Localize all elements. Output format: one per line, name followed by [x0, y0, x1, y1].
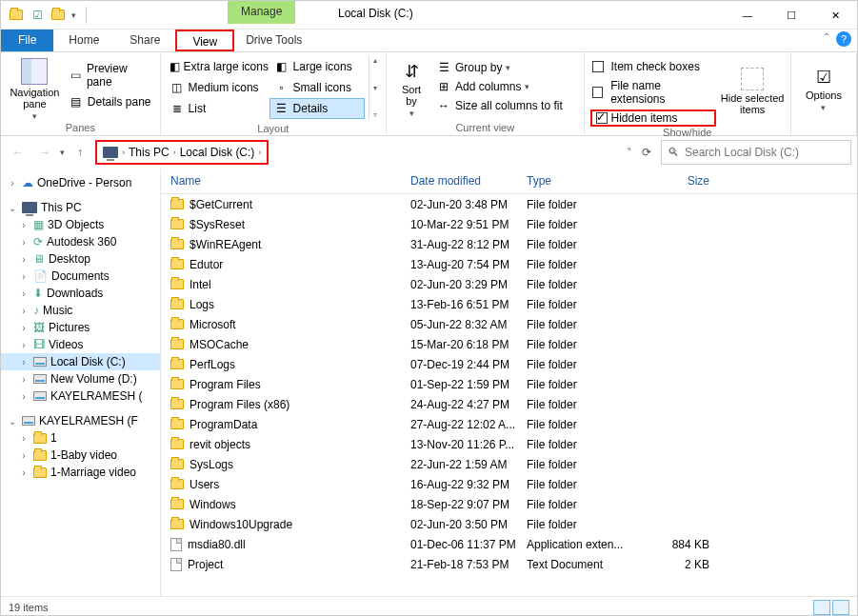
tree-item[interactable]: ›1-Marriage video: [1, 464, 160, 481]
tree-item[interactable]: ›🎞Videos: [1, 336, 160, 353]
crumb-this-pc[interactable]: This PC›: [129, 146, 176, 159]
layout-details[interactable]: ☰Details: [269, 98, 365, 119]
tree-item[interactable]: ›🖥Desktop: [1, 250, 160, 268]
folder-icon: [170, 279, 184, 289]
tree-item[interactable]: ›1: [1, 429, 160, 447]
table-row[interactable]: Microsoft05-Jun-22 8:32 AMFile folder: [161, 314, 857, 334]
table-row[interactable]: msdia80.dll01-Dec-06 11:37 PMApplication…: [161, 534, 857, 554]
col-name[interactable]: Name: [170, 174, 410, 188]
folder-icon: [170, 459, 184, 469]
tab-share[interactable]: Share: [114, 30, 175, 51]
col-date[interactable]: Date modified: [410, 174, 527, 188]
file-extensions-toggle[interactable]: File name extensions: [590, 77, 717, 108]
status-bar: 19 items: [1, 596, 857, 616]
tree-item[interactable]: ›1-Baby video: [1, 447, 160, 464]
options-button[interactable]: ☑ Options ▾: [797, 56, 850, 122]
maximize-button[interactable]: ☐: [769, 1, 813, 30]
qat-more-icon[interactable]: ▾: [71, 10, 76, 20]
details-pane-button[interactable]: ▤Details pane: [67, 92, 154, 111]
tab-home[interactable]: Home: [53, 30, 114, 51]
file-list[interactable]: Name Date modified Type Size $GetCurrent…: [161, 169, 857, 596]
navigation-tree[interactable]: ›☁OneDrive - Person ⌄This PC ›▦3D Object…: [1, 169, 161, 596]
window-title: Local Disk (C:): [338, 7, 413, 20]
layout-small[interactable]: ▫Small icons: [269, 77, 365, 98]
forward-button[interactable]: →: [33, 141, 56, 164]
col-size[interactable]: Size: [633, 174, 709, 188]
table-row[interactable]: Program Files (x86)24-Aug-22 4:27 PMFile…: [161, 394, 857, 414]
size-all-columns-button[interactable]: ↔Size all columns to fit: [434, 96, 565, 115]
table-row[interactable]: Users16-Aug-22 9:32 PMFile folder: [161, 474, 857, 494]
table-row[interactable]: PerfLogs07-Dec-19 2:44 PMFile folder: [161, 354, 857, 374]
table-row[interactable]: Program Files01-Sep-22 1:59 PMFile folde…: [161, 374, 857, 394]
table-row[interactable]: $WinREAgent31-Aug-22 8:12 PMFile folder: [161, 234, 857, 254]
tree-item[interactable]: ›KAYELRAMESH (: [1, 387, 160, 405]
table-row[interactable]: revit objects13-Nov-20 11:26 P...File fo…: [161, 434, 857, 454]
tab-view[interactable]: View: [175, 30, 234, 51]
table-row[interactable]: MSOCache15-Mar-20 6:18 PMFile folder: [161, 334, 857, 354]
table-row[interactable]: $SysReset10-Mar-22 9:51 PMFile folder: [161, 214, 857, 234]
column-headers[interactable]: Name Date modified Type Size: [161, 169, 857, 194]
crumb-local-disk[interactable]: Local Disk (C:)›: [180, 146, 262, 159]
navigation-pane-button[interactable]: Navigation pane ▾: [7, 56, 63, 122]
history-dropdown-icon[interactable]: ▾: [60, 148, 65, 157]
folder-icon: 🎞: [33, 338, 45, 351]
table-row[interactable]: Logs13-Feb-16 6:51 PMFile folder: [161, 294, 857, 314]
table-row[interactable]: SysLogs22-Jun-22 1:59 AMFile folder: [161, 454, 857, 474]
layout-extra-large[interactable]: ◧Extra large icons: [165, 56, 269, 77]
add-columns-button[interactable]: ⊞Add columns▾: [434, 77, 565, 96]
hidden-items-toggle[interactable]: Hidden items: [590, 109, 717, 127]
tree-item[interactable]: ›⬇Downloads: [1, 285, 160, 302]
layout-scroll[interactable]: ▴▾▿: [369, 56, 382, 119]
layout-large[interactable]: ◧Large icons: [269, 56, 365, 77]
app-folder-icon: [9, 8, 24, 23]
tree-item[interactable]: ›New Volume (D:): [1, 370, 160, 387]
tree-item[interactable]: ›▦3D Objects: [1, 216, 160, 233]
close-button[interactable]: ✕: [813, 1, 857, 30]
folder-icon: [170, 379, 184, 389]
table-row[interactable]: Windows10Upgrade02-Jun-20 3:50 PMFile fo…: [161, 514, 857, 534]
table-row[interactable]: ProgramData27-Aug-22 12:02 A...File fold…: [161, 414, 857, 434]
view-thumbnails-icon[interactable]: [832, 600, 849, 615]
view-details-icon[interactable]: [813, 600, 830, 615]
layout-medium[interactable]: ◫Medium icons: [165, 77, 269, 98]
tree-removable[interactable]: KAYELRAMESH (F: [39, 414, 138, 427]
qat-checkbox[interactable]: ☑: [30, 8, 45, 23]
table-row[interactable]: $GetCurrent02-Jun-20 3:48 PMFile folder: [161, 194, 857, 214]
collapse-ribbon-icon[interactable]: ˆ: [825, 32, 828, 46]
back-button[interactable]: ←: [7, 141, 30, 164]
tab-drive-tools[interactable]: Drive Tools: [234, 30, 313, 51]
search-input[interactable]: 🔍︎ Search Local Disk (C:): [661, 140, 851, 165]
help-icon[interactable]: ?: [836, 31, 851, 47]
folder-icon: [170, 519, 184, 529]
tree-onedrive[interactable]: OneDrive - Person: [37, 176, 131, 189]
tree-item[interactable]: ›📄Documents: [1, 268, 160, 285]
contextual-tab-manage[interactable]: Manage: [228, 1, 295, 24]
preview-pane-button[interactable]: ▭Preview pane: [67, 60, 154, 90]
group-by-button[interactable]: ☰Group by▾: [434, 58, 565, 77]
table-row[interactable]: Project21-Feb-18 7:53 PMText Document2 K…: [161, 554, 857, 574]
tree-item[interactable]: ›Local Disk (C:): [1, 353, 160, 370]
item-checkboxes-toggle[interactable]: Item check boxes: [590, 58, 717, 75]
table-row[interactable]: Intel02-Jun-20 3:29 PMFile folder: [161, 274, 857, 294]
qat-folder-icon[interactable]: [50, 8, 66, 23]
tree-item[interactable]: ›♪Music: [1, 302, 160, 319]
sort-by-button[interactable]: ⇵ Sort by ▾: [392, 56, 430, 122]
breadcrumb[interactable]: › This PC› Local Disk (C:)›: [95, 140, 269, 165]
table-row[interactable]: Windows18-Sep-22 9:07 PMFile folder: [161, 494, 857, 514]
tree-item[interactable]: ›⟳Autodesk 360: [1, 233, 160, 250]
tree-this-pc[interactable]: This PC: [41, 201, 82, 214]
col-type[interactable]: Type: [527, 174, 633, 188]
tree-item[interactable]: ›🖼Pictures: [1, 319, 160, 336]
tab-file[interactable]: File: [1, 30, 53, 51]
refresh-button[interactable]: ⟳: [642, 146, 651, 159]
hide-selected-button[interactable]: Hide selected items: [720, 56, 785, 127]
folder-icon: [170, 319, 184, 329]
group-label-panes: Panes: [1, 122, 160, 135]
layout-list[interactable]: ≣List: [165, 98, 269, 119]
up-button[interactable]: ↑: [69, 141, 91, 164]
address-dropdown-icon[interactable]: ˅: [627, 147, 632, 159]
table-row[interactable]: Edutor13-Aug-20 7:54 PMFile folder: [161, 254, 857, 274]
drive-icon: [33, 391, 47, 401]
layout-gallery[interactable]: ◧Extra large icons ◧Large icons ◫Medium …: [165, 56, 365, 119]
minimize-button[interactable]: —: [726, 1, 769, 30]
